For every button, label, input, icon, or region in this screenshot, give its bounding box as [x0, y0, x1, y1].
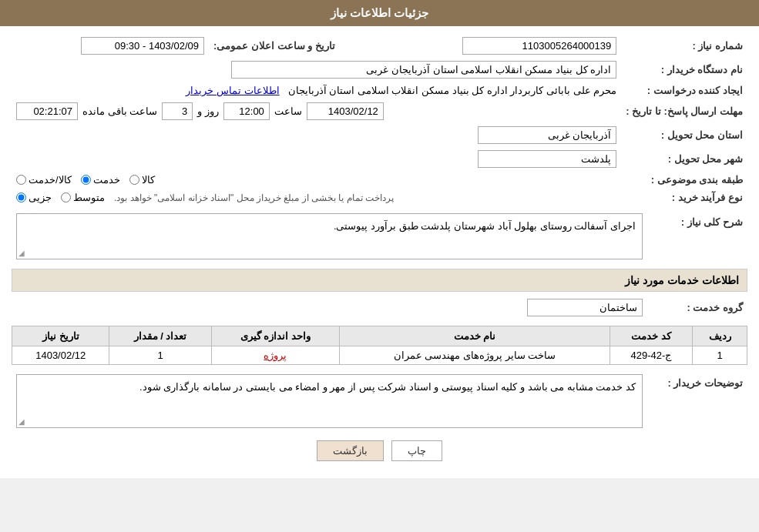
- buyer-notes-box: کد خدمت مشابه می باشد و کلیه اسناد پیوست…: [16, 374, 643, 428]
- buyer-org-label: نام دستگاه خریدار :: [621, 58, 747, 82]
- col-date: تاریخ نیاز: [12, 326, 109, 346]
- deadline-date-box: 1403/02/12: [307, 102, 384, 120]
- service-group-box: ساختمان: [527, 299, 643, 316]
- remaining-label: ساعت باقی مانده: [82, 105, 157, 117]
- city-label: شهر محل تحویل :: [621, 147, 747, 171]
- back-button[interactable]: بازگشت: [317, 440, 384, 461]
- province-box: آذربایجان غربی: [478, 126, 616, 144]
- bottom-buttons: چاپ بازگشت: [12, 440, 747, 461]
- cell-unit: پروژه: [211, 346, 340, 365]
- creator-value: محرم علی بابائی کاربردار اداره کل بنیاد …: [288, 85, 617, 96]
- info-table: شماره نیاز : 1103005264000139 تاریخ و سا…: [12, 34, 747, 206]
- process-minor-item: جزیی: [16, 192, 52, 203]
- deadline-row: 1403/02/12 ساعت 12:00 روز و 3 ساعت باقی …: [16, 102, 616, 120]
- main-content: شماره نیاز : 1103005264000139 تاریخ و سا…: [0, 26, 759, 478]
- process-medium-item: متوسط: [61, 192, 105, 203]
- category-service-item: خدمت: [81, 174, 120, 186]
- page-container: جزئیات اطلاعات نیاز شماره نیاز : 1103005…: [0, 0, 759, 478]
- category-both-item: کالا/خدمت: [16, 174, 72, 186]
- deadline-time-box: 12:00: [223, 102, 270, 120]
- announce-value: 1403/02/09 - 09:30: [12, 34, 209, 58]
- announce-box: 1403/02/09 - 09:30: [81, 37, 204, 55]
- category-service-radio[interactable]: [81, 175, 91, 185]
- category-both-radio[interactable]: [16, 175, 26, 185]
- contact-link[interactable]: اطلاعات تماس خریدار: [186, 85, 279, 96]
- service-group-label: گروه خدمت :: [647, 296, 747, 320]
- process-note: پرداخت تمام یا بخشی از مبلغ خریداز محل "…: [114, 192, 394, 203]
- need-desc-table: شرح کلی نیاز : اجرای آسفالت روستای بهلول…: [12, 210, 747, 263]
- buyer-org-box: اداره کل بنیاد مسکن انقلاب اسلامی استان …: [231, 61, 616, 79]
- resize-icon: ◢: [18, 249, 25, 257]
- category-kala-radio[interactable]: [129, 175, 139, 185]
- city-box: پلدشت: [478, 150, 616, 168]
- table-row: 1 ج-42-429 ساخت سایر پروژه‌های مهندسی عم…: [12, 346, 747, 365]
- category-both-label: کالا/خدمت: [29, 174, 72, 186]
- creator-label: ایجاد کننده درخواست :: [621, 82, 747, 99]
- process-medium-radio[interactable]: [61, 192, 71, 202]
- col-row: ردیف: [693, 326, 747, 346]
- buyer-notes-value: کد خدمت مشابه می باشد و کلیه اسناد پیوست…: [139, 381, 636, 393]
- page-title: جزئیات اطلاعات نیاز: [331, 6, 428, 19]
- cell-name: ساخت سایر پروژه‌های مهندسی عمران: [340, 346, 610, 365]
- cell-code: ج-42-429: [610, 346, 693, 365]
- deadline-day-label: روز و: [197, 105, 219, 117]
- print-button[interactable]: چاپ: [391, 440, 442, 461]
- buyer-notes-label: توضیحات خریدار :: [647, 371, 747, 431]
- category-service-label: خدمت: [93, 174, 120, 186]
- process-medium-label: متوسط: [73, 192, 105, 203]
- category-radio-group: کالا خدمت کالا/خدمت: [16, 174, 616, 186]
- deadline-days-box: 3: [162, 102, 193, 120]
- col-code: کد خدمت: [610, 326, 693, 346]
- cell-qty: 1: [109, 346, 211, 365]
- process-radio-group: پرداخت تمام یا بخشی از مبلغ خریداز محل "…: [16, 192, 616, 203]
- province-label: استان محل تحویل :: [621, 123, 747, 147]
- deadline-time-label: ساعت: [274, 105, 302, 117]
- need-number-value: 1103005264000139: [378, 34, 622, 58]
- service-table: ردیف کد خدمت نام خدمت واحد اندازه گیری ت…: [12, 326, 747, 365]
- cell-row: 1: [693, 346, 747, 365]
- announce-label: تاریخ و ساعت اعلان عمومی:: [209, 34, 340, 58]
- category-kala-label: کالا: [142, 174, 155, 186]
- category-label: طبقه بندی موضوعی :: [621, 171, 747, 189]
- need-number-box: 1103005264000139: [462, 37, 616, 55]
- col-unit: واحد اندازه گیری: [211, 326, 340, 346]
- need-desc-label: شرح کلی نیاز :: [647, 210, 747, 263]
- need-desc-value: اجرای آسفالت روستای بهلول آباد شهرستان پ…: [334, 220, 636, 232]
- unit-link[interactable]: پروژه: [264, 350, 287, 361]
- process-minor-label: جزیی: [29, 192, 52, 203]
- process-minor-radio[interactable]: [16, 192, 26, 202]
- col-qty: تعداد / مقدار: [109, 326, 211, 346]
- need-number-label: شماره نیاز :: [621, 34, 747, 58]
- category-kala-item: کالا: [129, 174, 155, 186]
- page-header: جزئیات اطلاعات نیاز: [0, 0, 759, 26]
- buyer-notes-table: توضیحات خریدار : کد خدمت مشابه می باشد و…: [12, 371, 747, 431]
- col-name: نام خدمت: [340, 326, 610, 346]
- remaining-time-box: 02:21:07: [16, 102, 78, 120]
- cell-date: 1403/02/12: [12, 346, 109, 365]
- notes-resize-icon: ◢: [18, 417, 25, 426]
- need-desc-box: اجرای آسفالت روستای بهلول آباد شهرستان پ…: [16, 213, 643, 259]
- deadline-label: مهلت ارسال پاسخ: تا تاریخ :: [621, 99, 747, 123]
- services-section-header: اطلاعات خدمات مورد نیاز: [12, 269, 747, 292]
- service-group-table: گروه خدمت : ساختمان: [12, 296, 747, 320]
- process-label: نوع فرآیند خرید :: [621, 189, 747, 206]
